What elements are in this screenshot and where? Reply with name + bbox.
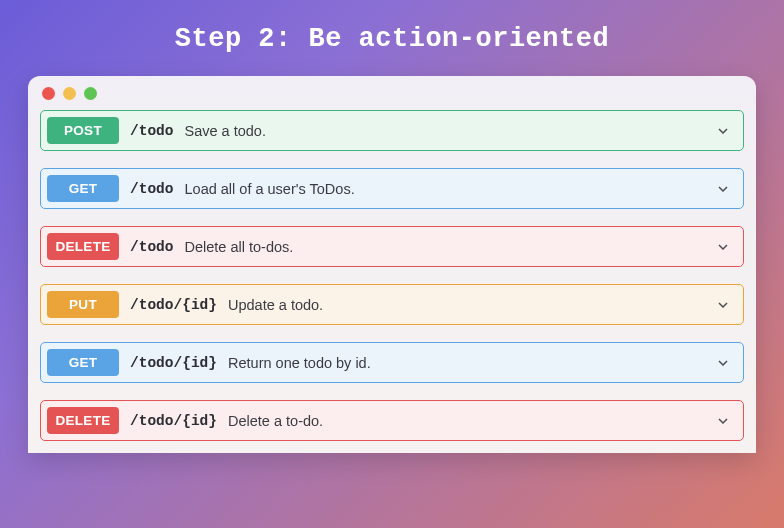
endpoint-description: Load all of a user's ToDos. bbox=[185, 181, 355, 197]
method-badge: GET bbox=[47, 175, 119, 202]
method-badge: DELETE bbox=[47, 407, 119, 434]
endpoint-path: /todo bbox=[130, 181, 174, 197]
endpoint-row[interactable]: POST /todo Save a todo. bbox=[40, 110, 744, 151]
endpoint-row[interactable]: DELETE /todo Delete all to-dos. bbox=[40, 226, 744, 267]
endpoint-path: /todo bbox=[130, 239, 174, 255]
page-title: Step 2: Be action-oriented bbox=[0, 0, 784, 76]
endpoint-description: Delete a to-do. bbox=[228, 413, 323, 429]
endpoint-path: /todo/{id} bbox=[130, 355, 217, 371]
chevron-down-icon[interactable] bbox=[715, 297, 731, 313]
endpoint-description: Update a todo. bbox=[228, 297, 323, 313]
endpoint-path: /todo/{id} bbox=[130, 297, 217, 313]
endpoint-row[interactable]: GET /todo Load all of a user's ToDos. bbox=[40, 168, 744, 209]
method-badge: GET bbox=[47, 349, 119, 376]
chevron-down-icon[interactable] bbox=[715, 123, 731, 139]
close-icon[interactable] bbox=[42, 87, 55, 100]
maximize-icon[interactable] bbox=[84, 87, 97, 100]
endpoint-row[interactable]: PUT /todo/{id} Update a todo. bbox=[40, 284, 744, 325]
endpoint-path: /todo/{id} bbox=[130, 413, 217, 429]
endpoint-description: Delete all to-dos. bbox=[185, 239, 294, 255]
minimize-icon[interactable] bbox=[63, 87, 76, 100]
endpoint-description: Save a todo. bbox=[185, 123, 266, 139]
method-badge: POST bbox=[47, 117, 119, 144]
endpoint-row[interactable]: GET /todo/{id} Return one todo by id. bbox=[40, 342, 744, 383]
endpoint-description: Return one todo by id. bbox=[228, 355, 371, 371]
chevron-down-icon[interactable] bbox=[715, 413, 731, 429]
method-badge: DELETE bbox=[47, 233, 119, 260]
endpoint-path: /todo bbox=[130, 123, 174, 139]
chevron-down-icon[interactable] bbox=[715, 239, 731, 255]
window-titlebar bbox=[28, 76, 756, 110]
chevron-down-icon[interactable] bbox=[715, 355, 731, 371]
api-window: POST /todo Save a todo. GET /todo Load a… bbox=[28, 76, 756, 453]
chevron-down-icon[interactable] bbox=[715, 181, 731, 197]
endpoint-row[interactable]: DELETE /todo/{id} Delete a to-do. bbox=[40, 400, 744, 441]
endpoint-list: POST /todo Save a todo. GET /todo Load a… bbox=[28, 110, 756, 453]
method-badge: PUT bbox=[47, 291, 119, 318]
